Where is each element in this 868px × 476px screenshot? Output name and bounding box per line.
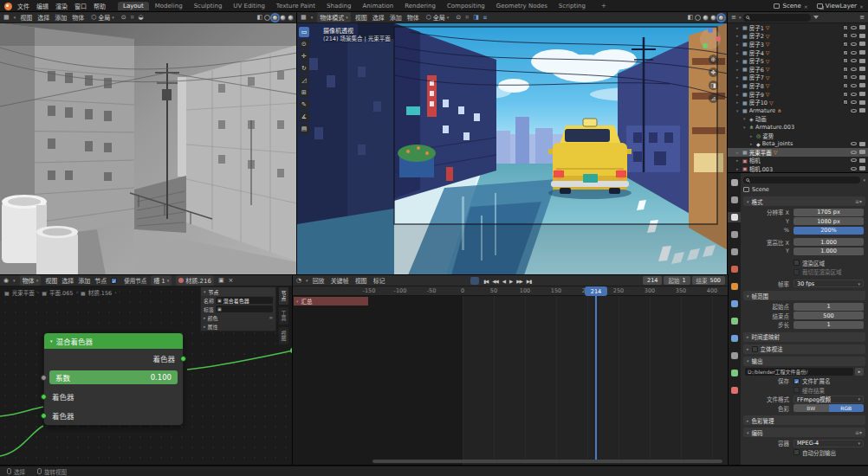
- node-label-row[interactable]: 标签 ▣: [201, 305, 275, 313]
- hide-viewport-icon[interactable]: [851, 151, 857, 154]
- playhead-badge[interactable]: 214: [585, 286, 607, 296]
- expand-icon[interactable]: [750, 141, 755, 146]
- fac-input-socket[interactable]: [41, 375, 47, 381]
- expand-icon[interactable]: [736, 67, 741, 72]
- expand-icon[interactable]: [736, 58, 741, 63]
- stereoscopy-checkbox[interactable]: [752, 346, 758, 352]
- selectable-checkbox-icon[interactable]: ✓: [843, 92, 848, 97]
- format-row[interactable]: Y 1.000: [743, 247, 865, 256]
- disable-render-icon[interactable]: [859, 83, 865, 87]
- viewport-solid-canvas[interactable]: [0, 23, 297, 275]
- tool-scale[interactable]: ◿: [299, 75, 309, 86]
- editor-type-icon[interactable]: ▦: [3, 14, 10, 21]
- outliner-row-Beta_joints[interactable]: Beta_joints ✓: [728, 139, 868, 148]
- outliner-row-房子3[interactable]: 房子3 ✓: [728, 40, 868, 48]
- outliner-row-姿势[interactable]: 姿势 ✓: [728, 132, 868, 140]
- autosplit-row[interactable]: 自动分割输出: [743, 448, 865, 458]
- viewport-menu[interactable]: 视图: [20, 13, 32, 22]
- expand-icon[interactable]: [736, 50, 741, 55]
- filter-icon[interactable]: [813, 16, 819, 19]
- format-row[interactable]: 分辨率 X 1705 px: [743, 208, 865, 217]
- field-value[interactable]: 1705 px: [794, 209, 864, 216]
- disable-render-icon[interactable]: [859, 100, 865, 105]
- workspace-tab[interactable]: Geometry Nodes: [491, 2, 553, 10]
- selectable-checkbox-icon[interactable]: ✓: [843, 74, 848, 80]
- outliner-row-Armature[interactable]: Armature ✓: [728, 106, 868, 115]
- expand-icon[interactable]: [736, 74, 741, 80]
- hide-viewport-icon[interactable]: [851, 142, 857, 145]
- field-value[interactable]: 1: [794, 303, 864, 311]
- disable-render-icon[interactable]: [859, 34, 865, 38]
- mode-dropdown[interactable]: 物体模式▾: [317, 12, 351, 23]
- viewport-menu[interactable]: 选择: [372, 13, 385, 22]
- outliner-row-相机.003[interactable]: 相机.003 ✓: [728, 164, 868, 173]
- selectable-checkbox-icon[interactable]: ✓: [843, 50, 848, 55]
- field-value[interactable]: 200%: [794, 227, 864, 235]
- color-subpanel-header[interactable]: ▸颜色 ≡: [201, 313, 275, 322]
- properties-tab-modifiers[interactable]: [728, 299, 741, 309]
- shading-material-icon[interactable]: [280, 15, 286, 21]
- disable-render-icon[interactable]: [859, 166, 865, 170]
- container-row[interactable]: 容器 MPEG-4▾: [743, 439, 865, 448]
- properties-tab-tool[interactable]: [728, 177, 741, 188]
- format-row[interactable]: 宽高比 X 1.000: [743, 238, 865, 248]
- workspace-tab[interactable]: Sculpting: [189, 2, 228, 10]
- outliner-row-Armature.003[interactable]: Armature.003 ✓: [728, 123, 868, 132]
- disable-render-icon[interactable]: [859, 25, 865, 29]
- zoom-icon[interactable]: ⊕: [709, 55, 718, 64]
- outliner-row-房子10[interactable]: 房子10 ✓: [728, 98, 868, 106]
- add-workspace-button[interactable]: +: [596, 2, 612, 10]
- transport-button-jump-to-end[interactable]: ▶▮: [525, 278, 533, 285]
- scene-selector[interactable]: Scene ×: [774, 3, 807, 10]
- timeline-menu[interactable]: 关键帧: [331, 276, 349, 285]
- hide-viewport-icon[interactable]: [851, 167, 857, 170]
- properties-tab-scene[interactable]: [728, 247, 741, 257]
- remove-view-layer-icon[interactable]: ×: [859, 3, 864, 10]
- tool-transform[interactable]: ⊞: [299, 87, 309, 98]
- viewport-menu[interactable]: 物体: [72, 13, 84, 22]
- format-row[interactable]: % 200%: [743, 226, 865, 235]
- shading-rendered-icon[interactable]: [288, 15, 294, 21]
- expand-icon[interactable]: [736, 42, 741, 47]
- outliner-row-光束平面[interactable]: 光束平面 ✓: [728, 148, 868, 157]
- output-section-header[interactable]: ▾输出: [743, 357, 865, 366]
- properties-tab-physics[interactable]: [728, 333, 741, 344]
- workspace-tab[interactable]: Texture Paint: [271, 2, 321, 10]
- outliner-row-房子2[interactable]: 房子2 ✓: [728, 32, 868, 41]
- transform-orientation[interactable]: ⬡全局▾: [424, 12, 452, 23]
- expand-icon[interactable]: [736, 92, 741, 97]
- time-remap-section-header[interactable]: ▸时间重映射: [743, 332, 865, 342]
- presets-icon[interactable]: ≡▾: [855, 198, 862, 204]
- menu-item[interactable]: 渲染: [55, 2, 68, 10]
- field-value[interactable]: 1080 px: [794, 217, 864, 225]
- material-selector[interactable]: 材质.216: [176, 275, 214, 286]
- workspace-tab[interactable]: Scripting: [554, 2, 591, 10]
- fps-dropdown[interactable]: 30 fps▾: [794, 280, 864, 287]
- render-region-checkbox[interactable]: [794, 260, 800, 266]
- format-section-header[interactable]: ▾格式 ≡▾: [743, 196, 865, 206]
- workspace-tab[interactable]: Shading: [321, 2, 356, 10]
- expand-icon[interactable]: [743, 116, 748, 121]
- outliner-row-动画[interactable]: 动画 ✓: [728, 115, 868, 124]
- expand-icon[interactable]: [736, 158, 741, 163]
- expand-icon[interactable]: [736, 25, 741, 30]
- format-row[interactable]: Y 1080 px: [743, 217, 865, 227]
- selectable-checkbox-icon[interactable]: ✓: [843, 100, 848, 105]
- tool-annotate[interactable]: ✎: [299, 100, 309, 110]
- properties-tab-view-layer[interactable]: [728, 229, 741, 240]
- properties-subpanel-header[interactable]: ▸属性: [201, 322, 275, 331]
- hide-viewport-icon[interactable]: [851, 68, 857, 71]
- properties-search-input[interactable]: [743, 177, 860, 183]
- file-extension-row[interactable]: 保存 ✓ 文件扩展名: [743, 376, 865, 386]
- presets-icon[interactable]: ≡▾: [855, 429, 862, 435]
- file-extension-checkbox[interactable]: ✓: [794, 378, 800, 384]
- properties-tab-object-data[interactable]: [728, 368, 741, 378]
- tool-measure[interactable]: ∡: [299, 112, 309, 122]
- sidebar-tab[interactable]: 工具: [278, 306, 289, 325]
- sidebar-tab[interactable]: 视图: [278, 326, 289, 345]
- expand-icon[interactable]: [743, 125, 748, 130]
- frame-range-row[interactable]: 结束点 500: [743, 312, 865, 321]
- transport-button-next-keyframe[interactable]: ▶▶: [515, 278, 523, 285]
- workspace-tab[interactable]: Layout: [118, 2, 149, 10]
- cache-result-checkbox[interactable]: [794, 387, 800, 393]
